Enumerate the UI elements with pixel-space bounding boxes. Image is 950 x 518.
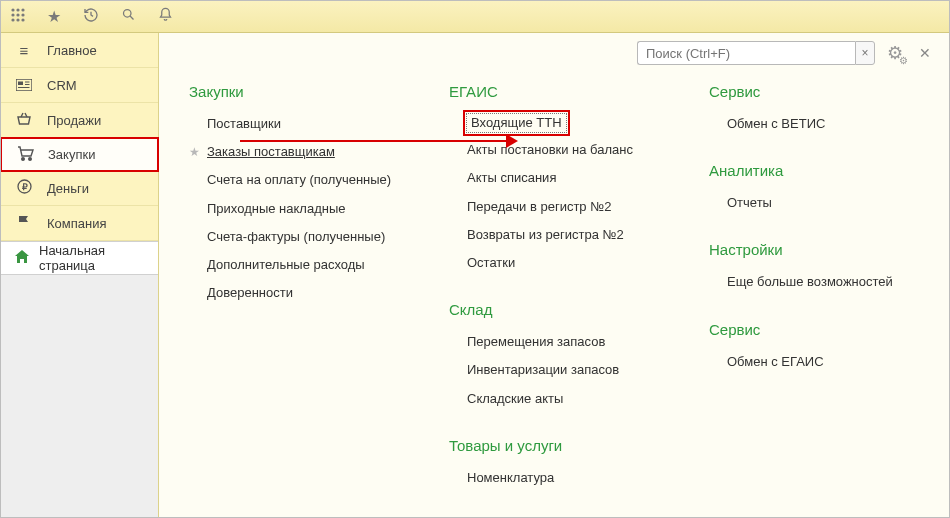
svg-point-8 xyxy=(21,18,24,21)
home-icon xyxy=(15,250,29,266)
menu-link[interactable]: Перемещения запасов xyxy=(449,328,669,356)
svg-point-17 xyxy=(28,157,31,160)
section-title[interactable]: Сервис xyxy=(709,321,929,338)
sidebar-item-label: Продажи xyxy=(47,113,101,128)
card-icon xyxy=(15,77,33,94)
sidebar: ≡ Главное CRM Продажи Закупки ₽ Деньги xyxy=(1,33,159,517)
svg-point-6 xyxy=(11,18,14,21)
section-title[interactable]: Закупки xyxy=(189,83,409,100)
section-title[interactable]: Склад xyxy=(449,301,669,318)
sidebar-item-sales[interactable]: Продажи xyxy=(1,103,158,138)
star-icon[interactable]: ★ xyxy=(47,7,61,26)
menu-link[interactable]: Акты постановки на баланс xyxy=(449,136,669,164)
menu-link[interactable]: Складские акты xyxy=(449,385,669,413)
menu-link[interactable]: Еще больше возможностей xyxy=(709,268,929,296)
menu-link[interactable]: Дополнительные расходы xyxy=(189,251,409,279)
section-title[interactable]: Настройки xyxy=(709,241,929,258)
flag-icon xyxy=(15,214,33,232)
start-page-tab[interactable]: Начальная страница xyxy=(1,241,158,275)
sidebar-empty xyxy=(1,275,158,517)
column-2: ЕГАИС Входящие ТТН Акты постановки на ба… xyxy=(449,83,669,492)
menu-link[interactable]: Поставщики xyxy=(189,110,409,138)
menu-link[interactable]: Доверенности xyxy=(189,279,409,307)
sidebar-item-label: Закупки xyxy=(48,147,95,162)
sidebar-item-label: Компания xyxy=(47,216,107,231)
section-title[interactable]: Сервис xyxy=(709,83,929,100)
column-1: Закупки Поставщики Заказы поставщикам Сч… xyxy=(189,83,409,492)
sidebar-item-main[interactable]: ≡ Главное xyxy=(1,33,158,68)
bell-icon[interactable] xyxy=(158,7,173,26)
menu-link[interactable]: Счета на оплату (полученные) xyxy=(189,166,409,194)
basket-icon xyxy=(15,112,33,129)
svg-point-2 xyxy=(21,8,24,11)
menu-link[interactable]: Номенклатура xyxy=(449,464,669,492)
sidebar-item-company[interactable]: Компания xyxy=(1,206,158,241)
start-page-label: Начальная страница xyxy=(39,243,144,273)
sidebar-item-label: CRM xyxy=(47,78,77,93)
sidebar-item-purchases[interactable]: Закупки xyxy=(0,137,159,172)
menu-link[interactable]: Обмен с ВЕТИС xyxy=(709,110,929,138)
cart-icon xyxy=(16,146,34,164)
topbar: ★ xyxy=(1,1,949,33)
section-title[interactable]: Товары и услуги xyxy=(449,437,669,454)
svg-point-0 xyxy=(11,8,14,11)
menu-link[interactable]: Передачи в регистр №2 xyxy=(449,193,669,221)
svg-point-3 xyxy=(11,13,14,16)
main-panel: × ⚙⚙ ✕ Закупки Поставщики Заказы поставщ… xyxy=(159,33,949,517)
svg-point-7 xyxy=(16,18,19,21)
menu-link[interactable]: Акты списания xyxy=(449,164,669,192)
menu-link[interactable]: Возвраты из регистра №2 xyxy=(449,221,669,249)
column-3: Сервис Обмен с ВЕТИС Аналитика Отчеты На… xyxy=(709,83,929,492)
sidebar-item-label: Главное xyxy=(47,43,97,58)
menu-link[interactable]: Приходные накладные xyxy=(189,195,409,223)
svg-point-5 xyxy=(21,13,24,16)
menu-link[interactable]: Заказы поставщикам xyxy=(189,138,409,166)
clear-search-button[interactable]: × xyxy=(855,41,875,65)
history-icon[interactable] xyxy=(83,7,99,27)
svg-rect-12 xyxy=(18,81,23,85)
menu-link[interactable]: Счета-фактуры (полученные) xyxy=(189,223,409,251)
svg-point-16 xyxy=(21,157,24,160)
section-title[interactable]: Аналитика xyxy=(709,162,929,179)
close-icon[interactable]: ✕ xyxy=(915,45,935,61)
svg-point-9 xyxy=(124,10,132,18)
svg-text:₽: ₽ xyxy=(21,182,27,192)
sidebar-item-money[interactable]: ₽ Деньги xyxy=(1,171,158,206)
search-input[interactable] xyxy=(637,41,855,65)
svg-line-10 xyxy=(130,16,133,19)
ruble-icon: ₽ xyxy=(15,179,33,197)
section-title[interactable]: ЕГАИС xyxy=(449,83,669,100)
menu-link-highlighted[interactable]: Входящие ТТН xyxy=(463,110,570,136)
svg-point-4 xyxy=(16,13,19,16)
svg-point-1 xyxy=(16,8,19,11)
menu-link[interactable]: Отчеты xyxy=(709,189,929,217)
sidebar-item-crm[interactable]: CRM xyxy=(1,68,158,103)
gear-icon[interactable]: ⚙⚙ xyxy=(887,42,903,64)
search-icon[interactable] xyxy=(121,7,136,26)
search-bar: × ⚙⚙ ✕ xyxy=(637,41,935,65)
menu-icon: ≡ xyxy=(15,42,33,59)
menu-link[interactable]: Остатки xyxy=(449,249,669,277)
apps-icon[interactable] xyxy=(11,8,25,26)
sidebar-item-label: Деньги xyxy=(47,181,89,196)
menu-link[interactable]: Обмен с ЕГАИС xyxy=(709,348,929,376)
content-columns: Закупки Поставщики Заказы поставщикам Сч… xyxy=(189,83,929,492)
menu-link[interactable]: Инвентаризации запасов xyxy=(449,356,669,384)
